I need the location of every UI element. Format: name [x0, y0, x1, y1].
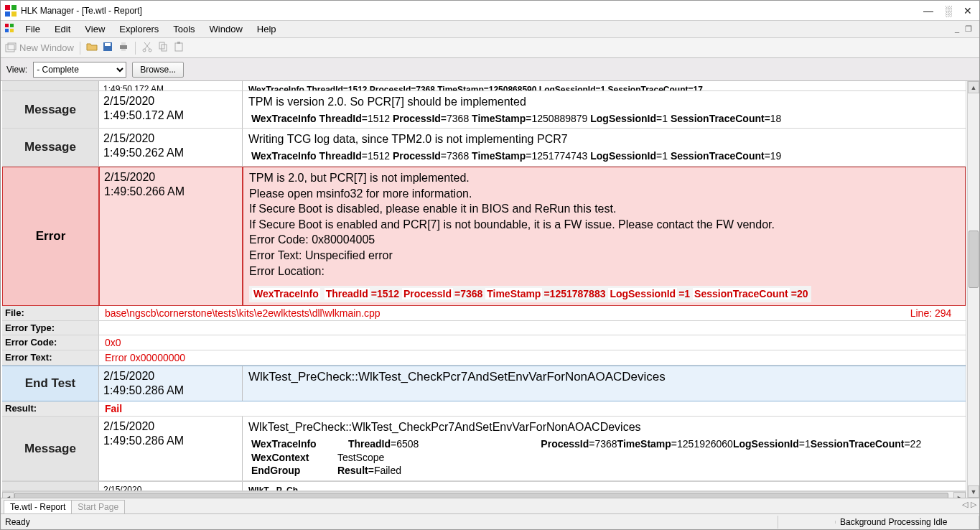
new-window-icon[interactable]: New Window	[5, 42, 74, 54]
scroll-left-icon[interactable]: ◄	[2, 492, 14, 498]
row-timestamp: 2/15/20201:49:50.286 AM	[99, 366, 243, 401]
mdi-restore-icon[interactable]: ❐	[963, 24, 974, 34]
tab-nav-right-icon[interactable]: ▷	[971, 500, 976, 509]
svg-rect-19	[175, 43, 182, 51]
scroll-up-icon[interactable]: ▲	[968, 81, 979, 93]
row-type: Message	[2, 129, 99, 165]
scroll-thumb[interactable]	[14, 493, 948, 498]
minimize-button[interactable]: —	[923, 5, 933, 17]
open-icon[interactable]	[86, 41, 98, 55]
row-type: End Test	[2, 366, 99, 401]
svg-rect-5	[10, 24, 14, 27]
svg-rect-20	[177, 42, 180, 44]
tab-report[interactable]: Te.wtl - Report	[4, 500, 72, 513]
menu-help[interactable]: Help	[250, 22, 284, 36]
row-body: WlkT P Ch	[243, 482, 966, 491]
horizontal-scrollbar[interactable]: ◄ ►	[2, 491, 966, 498]
view-select[interactable]: - Complete	[33, 62, 126, 78]
status-mid	[778, 521, 836, 524]
meta-label: Result:	[2, 401, 99, 416]
scroll-right-icon[interactable]: ►	[953, 492, 966, 498]
new-window-label: New Window	[19, 42, 74, 53]
svg-rect-1	[11, 5, 17, 10]
svg-rect-0	[5, 5, 10, 10]
maximize-button[interactable]: ░	[945, 5, 952, 17]
mdi-minimize-icon[interactable]: _	[953, 24, 961, 34]
row-timestamp: 2/15/2020	[99, 482, 243, 491]
tab-nav-left-icon[interactable]: ◁	[962, 500, 968, 509]
copy-icon[interactable]	[157, 41, 169, 55]
row-body: WlkTest_PreCheck::WlkTest_CheckPcr7AndSe…	[243, 417, 966, 480]
statusbar: Ready Background Processing Idle	[1, 513, 979, 529]
titlebar: HLK Manager - [Te.wtl - Report] — ░ ✕	[1, 1, 979, 21]
meta-value	[99, 321, 966, 335]
log-row: Message 2/15/20201:49:50.262 AM Writing …	[2, 129, 966, 166]
svg-rect-14	[121, 49, 126, 51]
scroll-down-icon[interactable]: ▼	[968, 485, 979, 498]
meta-row-result: Result: Fail	[2, 401, 966, 417]
toolbar: New Window	[1, 38, 979, 58]
log-row-error: Error 2/15/20201:49:50.266 AM TPM is 2.0…	[2, 167, 966, 306]
app-icon-small	[4, 22, 15, 36]
svg-rect-13	[121, 42, 126, 45]
svg-rect-8	[6, 45, 14, 52]
meta-label: Error Code:	[2, 335, 99, 350]
row-timestamp: 2/15/20201:49:50.266 AM	[99, 167, 243, 306]
menu-window[interactable]: Window	[202, 22, 250, 36]
print-icon[interactable]	[118, 41, 129, 55]
meta-row-file: File: base\ngscb\cornerstone\tests\kits\…	[2, 306, 966, 321]
svg-rect-7	[10, 29, 14, 32]
document-tabs: Te.wtl - Report Start Page ◁ ▷	[1, 498, 979, 513]
svg-rect-4	[5, 24, 9, 27]
window-title: HLK Manager - [Te.wtl - Report]	[21, 6, 923, 16]
row-body: TPM is 2.0, but PCR[7] is not implemente…	[243, 167, 966, 306]
save-icon[interactable]	[102, 41, 113, 55]
view-label: View:	[6, 65, 27, 75]
row-type	[2, 482, 99, 491]
menu-view[interactable]: View	[78, 22, 112, 36]
row-body: Writing TCG log data, since TPM2.0 is no…	[243, 129, 966, 165]
svg-rect-12	[120, 45, 127, 49]
status-right: Background Processing Idle	[836, 516, 979, 529]
menu-edit[interactable]: Edit	[47, 22, 78, 36]
meta-row-error-text: Error Text: Error 0x00000000	[2, 350, 966, 366]
app-icon	[5, 5, 17, 17]
menubar: File Edit View Explorers Tools Window He…	[1, 21, 979, 38]
close-button[interactable]: ✕	[963, 5, 972, 17]
cut-icon[interactable]	[141, 41, 153, 55]
paste-icon[interactable]	[173, 41, 185, 55]
row-type: Error	[2, 167, 99, 306]
row-type: Message	[2, 91, 99, 128]
row-timestamp: 1:49:50.172 AM	[99, 81, 243, 91]
menu-explorers[interactable]: Explorers	[112, 22, 166, 36]
meta-label: File:	[2, 306, 99, 320]
filterbar: View: - Complete Browse...	[1, 58, 979, 81]
browse-button[interactable]: Browse...	[132, 62, 184, 78]
meta-row-error-type: Error Type:	[2, 321, 966, 335]
row-body: TPM is version 2.0. So PCR[7] should be …	[243, 91, 966, 128]
row-timestamp: 2/15/20201:49:50.262 AM	[99, 129, 243, 165]
scroll-thumb[interactable]	[969, 231, 979, 288]
meta-value: base\ngscb\cornerstone\tests\kits\e2ewlk…	[99, 306, 966, 320]
log-row-partial: 1:49:50.172 AM WexTraceInfo ThreadId=151…	[2, 81, 966, 91]
meta-label: Error Type:	[2, 321, 99, 335]
meta-value: Fail	[99, 401, 966, 416]
meta-label: Error Text:	[2, 350, 99, 365]
vertical-scrollbar[interactable]: ▲ ▼	[967, 81, 979, 498]
tab-start-page[interactable]: Start Page	[71, 500, 125, 513]
log-row-endtest: End Test 2/15/20201:49:50.286 AM WlkTest…	[2, 366, 966, 401]
row-timestamp: 2/15/20201:49:50.172 AM	[99, 91, 243, 128]
log-row: Message 2/15/20201:49:50.172 AM TPM is v…	[2, 91, 966, 129]
meta-value: 0x0	[99, 335, 966, 350]
row-type	[2, 81, 99, 91]
meta-value: Error 0x00000000	[99, 350, 966, 365]
menu-file[interactable]: File	[18, 22, 47, 36]
row-timestamp: 2/15/20201:49:50.286 AM	[99, 417, 243, 480]
row-type: Message	[2, 417, 99, 480]
meta-row-error-code: Error Code: 0x0	[2, 335, 966, 350]
report-area: 1:49:50.172 AM WexTraceInfo ThreadId=151…	[1, 81, 979, 498]
menu-tools[interactable]: Tools	[166, 22, 202, 36]
svg-rect-11	[105, 43, 111, 46]
status-left: Ready	[1, 516, 778, 529]
svg-rect-2	[5, 11, 10, 17]
